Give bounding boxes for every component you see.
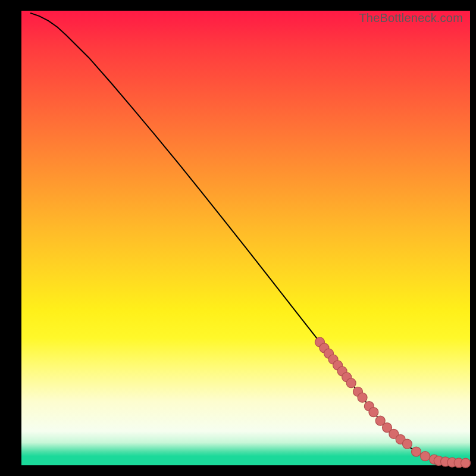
data-marker: [421, 452, 430, 461]
data-marker: [402, 439, 412, 449]
data-marker: [461, 458, 470, 468]
data-marker: [358, 393, 367, 402]
marker-group: [315, 337, 470, 468]
chart-overlay-svg: [21, 11, 470, 465]
data-marker: [412, 447, 421, 456]
bottleneck-curve: [30, 13, 465, 463]
data-marker: [369, 408, 378, 417]
plot-area: TheBottleneck.com: [21, 11, 470, 465]
data-marker: [346, 378, 356, 388]
chart-frame: TheBottleneck.com: [0, 0, 476, 476]
